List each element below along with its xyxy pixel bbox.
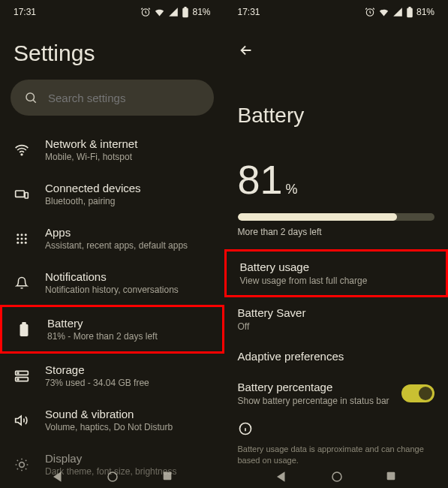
storage-icon [14,368,30,384]
settings-item-network[interactable]: Network & internetMobile, Wi-Fi, hotspot [0,128,224,172]
settings-screen: 17:31 81% Settings Network & internetMob… [0,0,224,488]
battery-item-saver[interactable]: Battery SaverOff [224,297,449,341]
settings-item-storage[interactable]: Storage73% used - 34.04 GB free [0,354,224,398]
svg-point-29 [332,472,341,481]
page-title: Settings [0,24,224,80]
devices-icon [14,186,30,203]
nav-bar [0,470,224,483]
search-icon [24,91,38,104]
percent-value: 81 [238,156,283,203]
svg-point-3 [26,93,35,101]
battery-estimate: More than 2 days left [224,227,449,249]
status-battery: 81% [192,7,210,17]
nav-recent-icon[interactable] [161,470,173,482]
item-title: Notifications [45,270,211,283]
battery-item-adaptive[interactable]: Adaptive preferences [224,341,449,372]
svg-rect-16 [20,324,29,336]
item-sub: View usage from last full charge [240,276,368,286]
battery-progress-fill [238,213,398,221]
svg-point-14 [21,241,23,243]
wifi-icon [14,142,30,158]
svg-point-20 [17,372,19,374]
item-title: Display [45,452,211,465]
svg-point-11 [21,237,23,239]
settings-item-sound[interactable]: Sound & vibrationVolume, haptics, Do Not… [0,398,224,442]
back-button[interactable] [224,24,449,62]
percentage-toggle[interactable] [401,384,434,402]
apps-icon [14,230,30,247]
battery-progress [238,213,435,221]
item-sub: Volume, haptics, Do Not Disturb [45,422,211,432]
alarm-icon [365,7,375,17]
svg-rect-24 [163,472,171,480]
item-sub: Bluetooth, pairing [45,196,211,206]
nav-home-icon[interactable] [106,470,119,483]
svg-point-23 [108,472,117,481]
status-bar: 17:31 81% [0,0,224,24]
nav-home-icon[interactable] [330,470,344,483]
battery-icon [16,321,32,338]
battery-percent: 81 % [224,128,449,209]
item-sub: Off [238,321,306,332]
item-title: Connected devices [45,182,211,194]
svg-point-10 [17,237,19,239]
percent-symbol: % [286,182,298,197]
svg-point-21 [17,378,19,380]
svg-point-22 [20,462,25,467]
nav-back-icon[interactable] [275,470,288,483]
search-bar[interactable] [11,80,214,116]
nav-bar [224,470,449,483]
volume-icon [14,412,30,429]
nav-recent-icon[interactable] [385,470,397,482]
wifi-icon [378,7,389,18]
item-title: Battery usage [240,261,368,273]
toggle-knob [419,387,432,400]
svg-point-8 [21,233,23,236]
item-sub: Mobile, Wi-Fi, hotspot [45,152,211,162]
item-title: Battery Saver [238,306,306,319]
page-title: Battery [224,62,449,128]
battery-item-usage[interactable]: Battery usageView usage from last full c… [224,249,449,297]
signal-icon [168,7,179,17]
search-input[interactable] [48,92,200,104]
status-time: 17:31 [14,7,36,17]
svg-rect-26 [407,8,413,17]
bell-icon [14,275,30,291]
battery-icon [406,7,413,18]
svg-rect-30 [387,472,395,480]
battery-screen: 17:31 81% Battery 81 % More than 2 days … [224,0,449,488]
svg-rect-27 [408,7,410,8]
item-sub: Notification history, conversations [45,285,211,295]
svg-rect-17 [22,322,26,325]
wifi-icon [154,7,165,18]
settings-item-notifications[interactable]: NotificationsNotification history, conve… [0,261,224,305]
item-sub: Assistant, recent apps, default apps [45,240,211,251]
status-battery: 81% [416,7,434,17]
item-title: Network & internet [45,137,211,150]
settings-item-apps[interactable]: AppsAssistant, recent apps, default apps [0,216,224,261]
item-title: Battery percentage [238,381,389,393]
svg-rect-5 [16,191,25,197]
nav-back-icon[interactable] [51,470,65,483]
svg-rect-2 [185,7,187,8]
status-icons: 81% [365,7,434,18]
svg-point-4 [21,154,23,155]
status-bar: 17:31 81% [224,0,449,24]
battery-icon [182,7,189,18]
svg-rect-6 [25,192,28,198]
item-sub: 81% - More than 2 days left [47,331,209,342]
settings-item-connected[interactable]: Connected devicesBluetooth, pairing [0,172,224,216]
item-sub: Show battery percentage in status bar [238,396,389,406]
item-title: Battery [47,317,209,330]
status-time: 17:31 [238,7,260,17]
svg-point-9 [25,233,27,236]
svg-point-15 [25,241,27,243]
footnote: Battery usage data is approximate and ca… [224,442,449,468]
info-icon[interactable] [224,415,449,442]
item-sub: 73% used - 34.04 GB free [45,378,211,388]
item-title: Storage [45,363,211,376]
settings-item-battery[interactable]: Battery81% - More than 2 days left [0,305,224,354]
battery-item-percentage[interactable]: Battery percentageShow battery percentag… [224,372,449,415]
item-title: Adaptive preferences [238,350,344,363]
svg-rect-1 [183,8,189,17]
